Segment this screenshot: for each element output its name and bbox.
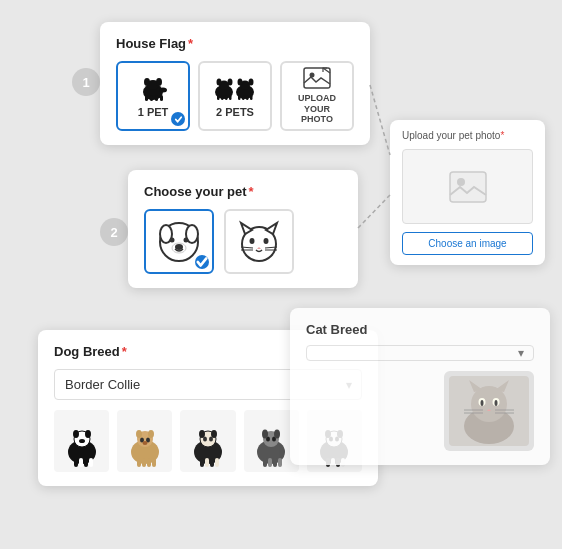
upload-panel-label: Upload your pet photo*: [402, 130, 533, 141]
dog-thumb-3[interactable]: [180, 410, 235, 472]
cat-image-placeholder: [444, 371, 534, 451]
svg-point-23: [238, 79, 243, 86]
svg-point-15: [217, 79, 222, 86]
svg-point-55: [85, 430, 91, 438]
choose-pet-title: Choose your pet*: [144, 184, 342, 199]
svg-rect-60: [147, 458, 151, 467]
svg-rect-20: [242, 95, 245, 100]
svg-rect-52: [89, 458, 93, 467]
svg-point-54: [73, 430, 79, 438]
svg-point-105: [495, 400, 498, 406]
one-pet-icon: [135, 74, 171, 102]
svg-rect-61: [152, 458, 156, 467]
cat-select-wrapper: ▾: [306, 345, 534, 361]
svg-marker-36: [241, 223, 252, 234]
animal-options: [144, 209, 342, 274]
cat-breed-select[interactable]: [306, 345, 534, 361]
svg-point-64: [142, 441, 147, 445]
svg-point-24: [249, 79, 254, 86]
svg-point-7: [156, 78, 162, 86]
svg-rect-49: [74, 458, 78, 467]
cat-image-area: [306, 371, 534, 451]
svg-rect-69: [200, 458, 204, 467]
one-pet-option[interactable]: 1 PET: [116, 61, 190, 131]
checkmark-icon-2: [195, 255, 209, 269]
step-2-label: 2: [110, 225, 117, 240]
one-pet-label: 1 PET: [138, 106, 169, 118]
svg-point-104: [481, 400, 484, 406]
upload-icon: [303, 67, 331, 89]
svg-rect-59: [142, 458, 146, 467]
two-pets-label: 2 PETS: [216, 106, 254, 118]
svg-point-75: [199, 430, 205, 438]
svg-marker-40: [257, 247, 261, 249]
dog-thumb-icon-1: [60, 414, 104, 468]
svg-marker-37: [266, 223, 277, 234]
house-flag-title: House Flag*: [116, 36, 354, 51]
svg-rect-14: [229, 95, 232, 100]
choose-image-button[interactable]: Choose an image: [402, 232, 533, 255]
checkmark-icon: [174, 115, 183, 124]
cat-thumbnail-icon: [449, 376, 529, 446]
svg-point-39: [264, 238, 269, 244]
svg-rect-71: [210, 458, 214, 467]
svg-rect-58: [137, 458, 141, 467]
dog-thumb-icon-2: [123, 414, 167, 468]
svg-point-32: [184, 237, 189, 242]
two-pets-icon: [210, 74, 260, 102]
upload-photo-option[interactable]: UPLOAD YOUR PHOTO: [280, 61, 354, 131]
svg-rect-4: [155, 95, 158, 101]
svg-rect-22: [250, 95, 253, 100]
dog-thumb-icon-3: [186, 414, 230, 468]
cat-face-icon: [235, 218, 283, 266]
svg-rect-80: [268, 458, 272, 467]
svg-point-53: [79, 439, 85, 443]
svg-point-85: [262, 430, 268, 439]
upload-panel-card: Upload your pet photo* Choose an image: [390, 120, 545, 265]
svg-rect-25: [304, 68, 330, 88]
cat-option[interactable]: [224, 209, 294, 274]
svg-point-46: [457, 178, 465, 186]
svg-point-86: [274, 430, 280, 439]
svg-rect-2: [145, 95, 148, 101]
svg-point-38: [250, 238, 255, 244]
svg-point-76: [211, 430, 217, 438]
svg-point-66: [148, 430, 154, 438]
svg-rect-13: [225, 95, 228, 100]
svg-line-111: [370, 85, 390, 155]
cat-breed-card: Cat Breed ▾: [290, 308, 550, 465]
svg-rect-82: [278, 458, 282, 467]
svg-rect-21: [246, 95, 249, 100]
svg-point-31: [170, 237, 175, 242]
house-flag-card: House Flag* 1 PET: [100, 22, 370, 145]
choose-pet-card: Choose your pet*: [128, 170, 358, 288]
step-1-indicator: 1: [72, 68, 100, 96]
dog-thumb-icon-4: [249, 414, 293, 468]
dog-thumb-1[interactable]: [54, 410, 109, 472]
step-2-indicator: 2: [100, 218, 128, 246]
image-placeholder-icon: [449, 171, 487, 203]
svg-rect-81: [273, 458, 277, 467]
svg-point-65: [136, 430, 142, 438]
upload-preview-area[interactable]: [402, 149, 533, 224]
dog-check: [195, 255, 209, 269]
step-1-label: 1: [82, 75, 89, 90]
svg-rect-5: [160, 95, 163, 101]
svg-rect-51: [84, 458, 88, 467]
svg-rect-70: [205, 458, 209, 467]
pet-count-options: 1 PET: [116, 61, 354, 131]
svg-rect-19: [238, 95, 241, 100]
svg-rect-72: [215, 458, 219, 467]
one-pet-check: [171, 112, 185, 126]
cat-breed-title: Cat Breed: [306, 322, 534, 337]
svg-rect-45: [450, 172, 486, 202]
svg-rect-3: [150, 95, 153, 101]
dog-thumb-2[interactable]: [117, 410, 172, 472]
svg-rect-79: [263, 458, 267, 467]
svg-point-8: [159, 88, 167, 93]
svg-line-112: [358, 195, 390, 228]
two-pets-option[interactable]: 2 PETS: [198, 61, 272, 131]
dog-option[interactable]: [144, 209, 214, 274]
svg-rect-11: [217, 95, 220, 100]
svg-point-6: [144, 78, 150, 86]
